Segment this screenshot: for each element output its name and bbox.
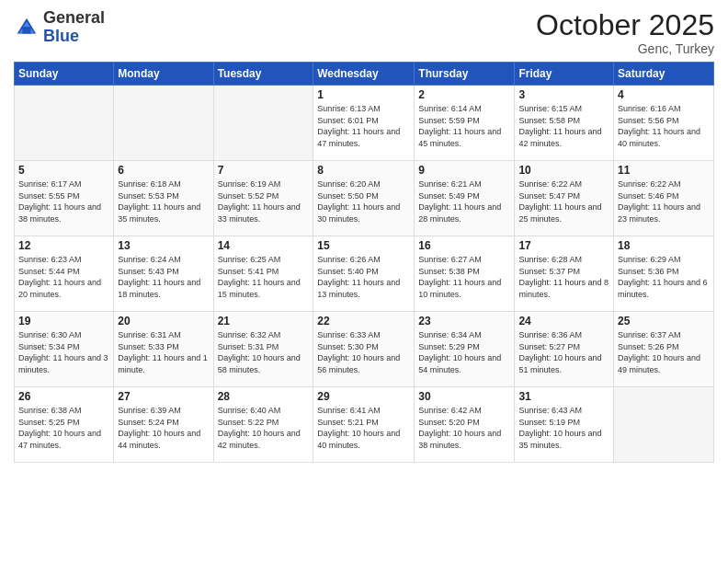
calendar-cell: 17Sunrise: 6:28 AM Sunset: 5:37 PM Dayli… — [515, 236, 614, 312]
calendar-cell: 10Sunrise: 6:22 AM Sunset: 5:47 PM Dayli… — [515, 161, 614, 236]
col-header-sunday: Sunday — [15, 63, 114, 86]
day-info: Sunrise: 6:19 AM Sunset: 5:52 PM Dayligh… — [218, 178, 310, 224]
day-info: Sunrise: 6:43 AM Sunset: 5:19 PM Dayligh… — [518, 405, 609, 451]
day-info: Sunrise: 6:24 AM Sunset: 5:43 PM Dayligh… — [118, 254, 209, 300]
day-number: 8 — [317, 164, 410, 177]
day-number: 27 — [118, 390, 209, 403]
day-info: Sunrise: 6:31 AM Sunset: 5:33 PM Dayligh… — [118, 329, 209, 375]
day-number: 25 — [618, 315, 710, 327]
calendar-table: SundayMondayTuesdayWednesdayThursdayFrid… — [14, 62, 714, 463]
calendar-cell: 7Sunrise: 6:19 AM Sunset: 5:52 PM Daylig… — [213, 161, 313, 236]
day-info: Sunrise: 6:17 AM Sunset: 5:55 PM Dayligh… — [18, 178, 109, 224]
calendar-cell: 15Sunrise: 6:26 AM Sunset: 5:40 PM Dayli… — [313, 236, 415, 312]
day-info: Sunrise: 6:23 AM Sunset: 5:44 PM Dayligh… — [18, 254, 109, 300]
day-number: 6 — [118, 164, 209, 177]
day-number: 19 — [18, 315, 109, 327]
calendar-cell: 3Sunrise: 6:15 AM Sunset: 5:58 PM Daylig… — [515, 86, 614, 161]
day-info: Sunrise: 6:42 AM Sunset: 5:20 PM Dayligh… — [418, 405, 510, 451]
day-number: 1 — [317, 88, 410, 101]
calendar-cell: 11Sunrise: 6:22 AM Sunset: 5:46 PM Dayli… — [614, 161, 714, 236]
logo: General Blue — [14, 9, 105, 46]
day-number: 13 — [118, 239, 209, 252]
day-info: Sunrise: 6:26 AM Sunset: 5:40 PM Dayligh… — [317, 254, 410, 300]
day-info: Sunrise: 6:37 AM Sunset: 5:26 PM Dayligh… — [618, 329, 710, 375]
logo-blue-text: Blue — [43, 27, 79, 45]
col-header-tuesday: Tuesday — [213, 63, 313, 86]
calendar-cell: 12Sunrise: 6:23 AM Sunset: 5:44 PM Dayli… — [15, 236, 114, 312]
day-number: 5 — [18, 164, 109, 177]
calendar-cell — [15, 86, 114, 161]
day-info: Sunrise: 6:28 AM Sunset: 5:37 PM Dayligh… — [518, 254, 609, 300]
day-info: Sunrise: 6:29 AM Sunset: 5:36 PM Dayligh… — [618, 254, 710, 300]
header: General Blue October 2025 Genc, Turkey — [14, 9, 714, 56]
day-info: Sunrise: 6:13 AM Sunset: 6:01 PM Dayligh… — [317, 103, 410, 149]
day-number: 10 — [518, 164, 609, 177]
calendar-cell: 2Sunrise: 6:14 AM Sunset: 5:59 PM Daylig… — [415, 86, 515, 161]
calendar-cell: 29Sunrise: 6:41 AM Sunset: 5:21 PM Dayli… — [313, 387, 415, 463]
svg-rect-2 — [22, 27, 30, 33]
calendar-cell — [614, 387, 714, 463]
week-row-1: 1Sunrise: 6:13 AM Sunset: 6:01 PM Daylig… — [15, 86, 714, 161]
day-number: 16 — [418, 239, 510, 252]
location-subtitle: Genc, Turkey — [536, 41, 714, 56]
day-number: 14 — [218, 239, 310, 252]
calendar-cell: 28Sunrise: 6:40 AM Sunset: 5:22 PM Dayli… — [213, 387, 313, 463]
day-number: 23 — [418, 315, 510, 327]
day-number: 15 — [317, 239, 410, 252]
col-header-wednesday: Wednesday — [313, 63, 415, 86]
calendar-cell: 5Sunrise: 6:17 AM Sunset: 5:55 PM Daylig… — [15, 161, 114, 236]
day-info: Sunrise: 6:38 AM Sunset: 5:25 PM Dayligh… — [18, 405, 109, 451]
col-header-friday: Friday — [515, 63, 614, 86]
day-number: 11 — [618, 164, 710, 177]
day-info: Sunrise: 6:34 AM Sunset: 5:29 PM Dayligh… — [418, 329, 510, 375]
day-info: Sunrise: 6:14 AM Sunset: 5:59 PM Dayligh… — [418, 103, 510, 149]
calendar-header-row: SundayMondayTuesdayWednesdayThursdayFrid… — [15, 63, 714, 86]
day-info: Sunrise: 6:16 AM Sunset: 5:56 PM Dayligh… — [618, 103, 710, 149]
calendar-cell: 18Sunrise: 6:29 AM Sunset: 5:36 PM Dayli… — [614, 236, 714, 312]
main-container: General Blue October 2025 Genc, Turkey S… — [0, 0, 728, 563]
day-info: Sunrise: 6:41 AM Sunset: 5:21 PM Dayligh… — [317, 405, 410, 451]
title-block: October 2025 Genc, Turkey — [536, 9, 714, 56]
logo-general-text: General — [43, 8, 105, 27]
day-number: 30 — [418, 390, 510, 403]
day-number: 26 — [18, 390, 109, 403]
calendar-cell: 9Sunrise: 6:21 AM Sunset: 5:49 PM Daylig… — [415, 161, 515, 236]
day-number: 17 — [518, 239, 609, 252]
day-info: Sunrise: 6:40 AM Sunset: 5:22 PM Dayligh… — [218, 405, 310, 451]
calendar-cell: 21Sunrise: 6:32 AM Sunset: 5:31 PM Dayli… — [213, 312, 313, 387]
day-number: 31 — [518, 390, 609, 403]
calendar-cell: 16Sunrise: 6:27 AM Sunset: 5:38 PM Dayli… — [415, 236, 515, 312]
month-title: October 2025 — [536, 9, 714, 41]
calendar-cell: 6Sunrise: 6:18 AM Sunset: 5:53 PM Daylig… — [114, 161, 213, 236]
calendar-cell: 26Sunrise: 6:38 AM Sunset: 5:25 PM Dayli… — [15, 387, 114, 463]
calendar-cell: 8Sunrise: 6:20 AM Sunset: 5:50 PM Daylig… — [313, 161, 415, 236]
week-row-2: 5Sunrise: 6:17 AM Sunset: 5:55 PM Daylig… — [15, 161, 714, 236]
col-header-thursday: Thursday — [415, 63, 515, 86]
day-info: Sunrise: 6:27 AM Sunset: 5:38 PM Dayligh… — [418, 254, 510, 300]
day-number: 21 — [218, 315, 310, 327]
logo-icon — [14, 15, 40, 40]
day-info: Sunrise: 6:36 AM Sunset: 5:27 PM Dayligh… — [518, 329, 609, 375]
day-info: Sunrise: 6:20 AM Sunset: 5:50 PM Dayligh… — [317, 178, 410, 224]
day-number: 9 — [418, 164, 510, 177]
calendar-cell: 19Sunrise: 6:30 AM Sunset: 5:34 PM Dayli… — [15, 312, 114, 387]
calendar-cell: 20Sunrise: 6:31 AM Sunset: 5:33 PM Dayli… — [114, 312, 213, 387]
week-row-3: 12Sunrise: 6:23 AM Sunset: 5:44 PM Dayli… — [15, 236, 714, 312]
calendar-cell: 25Sunrise: 6:37 AM Sunset: 5:26 PM Dayli… — [614, 312, 714, 387]
calendar-cell: 24Sunrise: 6:36 AM Sunset: 5:27 PM Dayli… — [515, 312, 614, 387]
day-info: Sunrise: 6:39 AM Sunset: 5:24 PM Dayligh… — [118, 405, 209, 451]
calendar-cell: 13Sunrise: 6:24 AM Sunset: 5:43 PM Dayli… — [114, 236, 213, 312]
calendar-cell: 30Sunrise: 6:42 AM Sunset: 5:20 PM Dayli… — [415, 387, 515, 463]
day-info: Sunrise: 6:25 AM Sunset: 5:41 PM Dayligh… — [218, 254, 310, 300]
calendar-cell: 31Sunrise: 6:43 AM Sunset: 5:19 PM Dayli… — [515, 387, 614, 463]
day-number: 3 — [518, 88, 609, 101]
calendar-cell: 23Sunrise: 6:34 AM Sunset: 5:29 PM Dayli… — [415, 312, 515, 387]
day-number: 7 — [218, 164, 310, 177]
day-number: 22 — [317, 315, 410, 327]
calendar-cell: 27Sunrise: 6:39 AM Sunset: 5:24 PM Dayli… — [114, 387, 213, 463]
calendar-cell: 22Sunrise: 6:33 AM Sunset: 5:30 PM Dayli… — [313, 312, 415, 387]
day-info: Sunrise: 6:21 AM Sunset: 5:49 PM Dayligh… — [418, 178, 510, 224]
day-info: Sunrise: 6:22 AM Sunset: 5:46 PM Dayligh… — [618, 178, 710, 224]
calendar-cell: 4Sunrise: 6:16 AM Sunset: 5:56 PM Daylig… — [614, 86, 714, 161]
col-header-saturday: Saturday — [614, 63, 714, 86]
